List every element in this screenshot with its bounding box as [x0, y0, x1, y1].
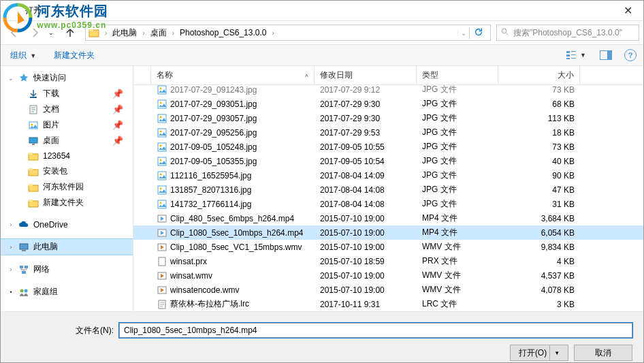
forward-button[interactable] — [25, 24, 44, 42]
column-size[interactable]: 大小 — [498, 66, 580, 84]
sidebar-item[interactable]: 123654 — [1, 148, 133, 163]
sidebar-onedrive[interactable]: › OneDrive — [1, 217, 133, 232]
svg-rect-46 — [158, 186, 166, 194]
help-button[interactable]: ? — [624, 49, 637, 61]
back-button[interactable] — [5, 24, 24, 42]
file-date: 2017-09-05 10:54 — [315, 157, 417, 166]
chevron-down-icon: ▼ — [549, 345, 560, 360]
search-input[interactable]: 搜索"Photoshop_CS6_13.0.0" — [496, 25, 639, 41]
sidebar-item[interactable]: 新建文件夹 — [1, 195, 133, 210]
svg-rect-25 — [20, 244, 28, 249]
file-name: 141732_17766114.jpg — [170, 200, 251, 209]
file-row[interactable]: winsat.wmv 2015-07-10 19:00 WMV 文件 4,537… — [133, 268, 643, 283]
file-date: 2017-07-29 9:30 — [315, 114, 417, 123]
file-icon — [157, 99, 167, 110]
file-name: Clip_1080_5sec_VC1_15mbps.wmv — [170, 242, 302, 252]
column-date[interactable]: 修改日期 — [315, 66, 417, 84]
file-icon — [157, 227, 167, 238]
sidebar-item[interactable]: 文档📌 — [1, 101, 133, 117]
svg-rect-3 — [566, 51, 570, 53]
file-date: 2017-08-04 14:09 — [315, 171, 417, 180]
svg-rect-27 — [20, 266, 23, 268]
file-row[interactable]: 2017-09-05_105248.jpg 2017-09-05 10:55 J… — [133, 140, 643, 154]
close-button[interactable]: ✕ — [613, 1, 643, 20]
file-row[interactable]: 2017-07-29_095256.jpg 2017-07-29 9:53 JP… — [133, 125, 643, 140]
file-row[interactable]: 2017-07-29_091243.jpg 2017-07-29 9:12 JP… — [133, 85, 643, 97]
chevron-right-icon: › — [142, 29, 144, 37]
svg-point-43 — [160, 159, 162, 161]
file-row[interactable]: 2017-07-29_093057.jpg 2017-07-29 9:30 JP… — [133, 111, 643, 125]
breadcrumb-dropdown[interactable]: ⌄ — [457, 29, 469, 37]
star-icon — [18, 73, 29, 84]
file-row[interactable]: 2017-09-05_105355.jpg 2017-09-05 10:54 J… — [133, 154, 643, 168]
breadcrumb-part[interactable]: Photoshop_CS6_13.0.0 — [177, 27, 269, 39]
history-button[interactable]: ⌄ — [46, 29, 57, 36]
svg-point-31 — [25, 289, 28, 292]
file-icon — [157, 156, 167, 167]
chevron-down-icon: ⌄ — [7, 75, 14, 82]
file-date: 2017-07-29 9:30 — [315, 99, 417, 109]
column-checkbox[interactable] — [133, 66, 151, 84]
folder-icon — [28, 182, 39, 193]
sidebar-homegroup[interactable]: • 家庭组 — [1, 284, 133, 300]
refresh-button[interactable] — [469, 27, 487, 39]
breadcrumb-part[interactable]: 此电脑 — [110, 26, 140, 40]
file-row[interactable]: 141732_17766114.jpg 2017-08-04 14:08 JPG… — [133, 197, 643, 211]
file-name: 2017-07-29_095256.jpg — [170, 128, 257, 138]
breadcrumb[interactable]: › 此电脑 › 桌面 › Photoshop_CS6_13.0.0 › ⌄ — [85, 25, 491, 41]
file-type: JPG 文件 — [417, 170, 498, 181]
file-date: 2015-07-10 19:00 — [315, 271, 417, 281]
file-row[interactable]: Clip_1080_5sec_VC1_15mbps.wmv 2015-07-10… — [133, 240, 643, 254]
breadcrumb-part[interactable]: 桌面 — [148, 26, 170, 40]
sidebar-item-label: 123654 — [43, 151, 70, 161]
file-type: WMV 文件 — [417, 270, 498, 281]
filename-input[interactable] — [119, 323, 632, 338]
desktop-icon — [28, 136, 39, 146]
pin-icon: 📌 — [112, 120, 123, 130]
sidebar-item[interactable]: 桌面📌 — [1, 133, 133, 148]
svg-rect-11 — [30, 97, 37, 98]
pin-icon: 📌 — [112, 136, 123, 146]
file-row[interactable]: 2017-07-29_093051.jpg 2017-07-29 9:30 JP… — [133, 97, 643, 111]
file-row[interactable]: 131857_82071316.jpg 2017-08-04 14:08 JPG… — [133, 183, 643, 197]
preview-pane-button[interactable] — [598, 49, 613, 61]
svg-rect-19 — [29, 170, 38, 176]
sidebar-item[interactable]: 安装包 — [1, 163, 133, 179]
column-headers: 名称ʌ 修改日期 类型 大小 — [133, 66, 643, 85]
file-name: 2017-07-29_093057.jpg — [170, 114, 257, 123]
sidebar: ⌄ 快速访问 下载📌文档📌图片📌桌面📌123654安装包河东软件园新建文件夹 ›… — [1, 66, 133, 311]
file-size: 47 KB — [498, 185, 580, 195]
sidebar-item[interactable]: 下载📌 — [1, 86, 133, 101]
view-options-button[interactable]: ▼ — [564, 49, 587, 61]
sidebar-network[interactable]: › 网络 — [1, 262, 133, 277]
sidebar-this-pc[interactable]: › 此电脑 — [1, 239, 133, 255]
organize-button[interactable]: 组织 ▼ — [7, 48, 39, 63]
sidebar-item[interactable]: 河东软件园 — [1, 179, 133, 195]
file-row[interactable]: 112116_16525954.jpg 2017-08-04 14:09 JPG… — [133, 168, 643, 183]
titlebar: 打开 ✕ — [1, 1, 643, 21]
sidebar-quick-access[interactable]: ⌄ 快速访问 — [1, 70, 133, 86]
sidebar-item[interactable]: 图片📌 — [1, 117, 133, 133]
newfolder-button[interactable]: 新建文件夹 — [51, 48, 97, 63]
file-name: Clip_480_5sec_6mbps_h264.mp4 — [170, 214, 294, 223]
up-button[interactable] — [61, 24, 80, 42]
file-row[interactable]: Clip_1080_5sec_10mbps_h264.mp4 2015-07-1… — [133, 225, 643, 240]
file-row[interactable]: 蔡依林-布拉格广场.lrc 2017-10-11 9:31 LRC 文件 3 K… — [133, 297, 643, 311]
file-row[interactable]: Clip_480_5sec_6mbps_h264.mp4 2015-07-10 … — [133, 211, 643, 225]
sidebar-item-label: 安装包 — [43, 165, 67, 177]
open-button[interactable]: 打开(O)▼ — [510, 345, 568, 361]
cancel-button[interactable]: 取消 — [574, 345, 632, 361]
search-placeholder: 搜索"Photoshop_CS6_13.0.0" — [513, 27, 622, 39]
file-type: LRC 文件 — [417, 298, 498, 310]
svg-point-37 — [160, 116, 162, 118]
folder-icon — [28, 151, 39, 161]
file-size: 3,684 KB — [498, 214, 580, 223]
file-date: 2017-07-29 9:53 — [315, 128, 417, 138]
column-name[interactable]: 名称ʌ — [151, 66, 315, 84]
file-row[interactable]: winsatencode.wmv 2015-07-10 19:00 WMV 文件… — [133, 283, 643, 297]
bottom-bar: 文件名(N): 打开(O)▼ 取消 — [1, 311, 643, 363]
file-date: 2017-10-11 9:31 — [315, 300, 417, 309]
column-type[interactable]: 类型 — [417, 66, 498, 84]
file-row[interactable]: winsat.prx 2015-07-10 18:59 PRX 文件 4 KB — [133, 254, 643, 268]
file-type: JPG 文件 — [417, 127, 498, 138]
